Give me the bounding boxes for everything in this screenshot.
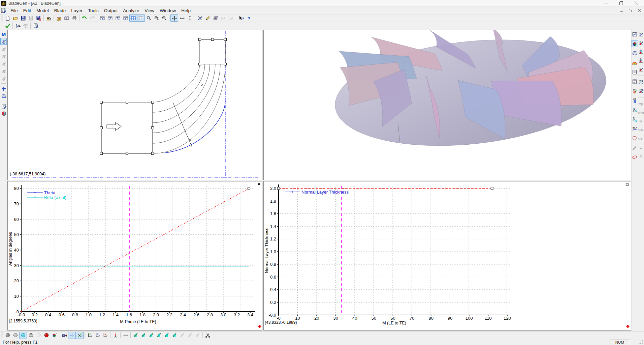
pane-resize-diamond[interactable] [626, 325, 630, 328]
crosshair-box-button[interactable] [137, 15, 145, 22]
zoom-in-button[interactable] [153, 15, 160, 22]
undo-button[interactable] [80, 15, 88, 22]
blade-num-1-button[interactable]: 1 [132, 332, 139, 339]
blade-gray-button[interactable] [178, 332, 186, 339]
mode-r-button[interactable]: R [638, 153, 644, 160]
mode-z-button[interactable]: Z [638, 144, 644, 151]
resize-grip-icon[interactable] [639, 340, 643, 345]
mode-pctm-button[interactable]: %M [638, 126, 644, 134]
stretch-horizontal-button[interactable] [122, 332, 129, 339]
model-3d-view-pane[interactable] [263, 30, 631, 180]
trim-curve-button[interactable] [196, 15, 204, 22]
about-help-button[interactable]: ? [245, 15, 253, 22]
fit-vertical-button[interactable] [186, 15, 194, 22]
minimize-button[interactable] [599, 0, 614, 7]
meridional-view-pane[interactable]: (-38.6617,51.9094) [7, 30, 262, 180]
axes-y-button[interactable]: Yy [86, 332, 94, 339]
print-button[interactable] [70, 15, 78, 22]
theta-te-button[interactable]: θTE [632, 106, 638, 113]
curve-handle[interactable] [248, 187, 250, 190]
mdi-minimize-button[interactable] [618, 8, 626, 13]
report-book-button[interactable] [63, 15, 70, 22]
tj-transform-button[interactable]: TJ [227, 15, 235, 22]
leading-edge-line[interactable] [173, 102, 192, 147]
layer-digit-4-button[interactable]: 4 [0, 60, 7, 67]
mode-pctmp-button[interactable]: %Mp [638, 109, 644, 116]
pane-resize-diamond[interactable] [258, 325, 261, 328]
thickness-chart-pane[interactable]: -0102030405060708090100110120-0.00.20.40… [263, 181, 631, 330]
open-file-button[interactable] [11, 15, 19, 22]
vr-b-button[interactable]: VRB [632, 97, 638, 104]
blade-book-button[interactable] [0, 110, 7, 117]
text-report-button[interactable] [632, 68, 638, 76]
layer-digit-1-button[interactable]: 1 [0, 38, 7, 45]
mode-mp-button[interactable]: Mp [638, 100, 644, 107]
thk-chart-button[interactable]: Thk [638, 79, 644, 86]
layer-digit-2-button[interactable]: 2 [0, 45, 7, 52]
mdi-close-button[interactable] [635, 8, 643, 13]
grid-all-panes-button[interactable] [129, 15, 137, 22]
sphere-red-button[interactable] [42, 332, 50, 339]
menu-item-blade[interactable]: Blade [52, 7, 69, 14]
restore-button[interactable] [614, 0, 629, 7]
color-cube-button[interactable]: ? [50, 332, 58, 339]
beta-star-button[interactable]: β [638, 57, 644, 64]
beta-a-star-button[interactable]: βA [638, 66, 644, 73]
axes-tripod-button[interactable] [111, 332, 119, 339]
mdi-restore-button[interactable] [626, 8, 635, 13]
curve-handle[interactable] [278, 187, 280, 190]
text-report-red-button[interactable] [632, 78, 638, 85]
menu-item-help[interactable]: Help [179, 7, 193, 14]
blade-gray-button[interactable] [186, 332, 194, 339]
layer-digit-5-button[interactable]: 5 [0, 67, 7, 75]
pan-view-button[interactable] [170, 15, 178, 22]
pane-expand-br-button[interactable] [98, 15, 106, 22]
pane-expand-tr-button[interactable] [106, 15, 114, 22]
mode-pctc-button[interactable]: %C [638, 135, 644, 142]
blend-layers-button[interactable] [0, 92, 7, 99]
sphere-wire-gray-button[interactable] [35, 332, 42, 339]
save-copy-button[interactable] [27, 15, 35, 22]
report-pen-button[interactable] [0, 103, 7, 110]
axes-x-button[interactable]: Xx [101, 332, 109, 339]
render-rainbow-button[interactable] [632, 59, 638, 66]
angle-chart-pane[interactable]: -0.00.20.40.60.81.01.21.41.61.82.02.22.4… [7, 181, 262, 330]
sphere-shaded-button[interactable] [11, 332, 19, 339]
theta-a-chart-button[interactable]: θA [638, 31, 644, 38]
layer-digit-3-button[interactable]: 3 [0, 53, 7, 60]
axis-xy-button[interactable]: YX [76, 332, 84, 339]
menu-item-window[interactable]: Window [157, 7, 179, 14]
blade-gray-button[interactable] [194, 332, 201, 339]
draw-line-button[interactable] [204, 15, 212, 22]
add-layer-button[interactable] [0, 85, 7, 92]
menu-item-tools[interactable]: Tools [85, 7, 101, 14]
blade-num-3-button[interactable]: 3 [147, 332, 155, 339]
sphere-shaded-dark-button[interactable] [4, 332, 11, 339]
vr-m-button[interactable]: VRM [632, 87, 638, 94]
axes-z-button[interactable]: Zz [94, 332, 101, 339]
menu-item-analyze[interactable]: Analyze [120, 7, 142, 14]
pane-handle-dot[interactable] [258, 183, 260, 185]
layer-digit-6-button[interactable]: 6 [0, 75, 7, 82]
theta-a-star-button[interactable]: θA [638, 39, 644, 47]
zoom-out-button[interactable] [160, 15, 168, 22]
menu-item-file[interactable]: File [8, 7, 21, 14]
menu-item-edit[interactable]: Edit [21, 7, 34, 14]
control-handles[interactable] [100, 38, 227, 155]
red-ellipse-button[interactable] [632, 153, 638, 161]
bla-curve-button[interactable]: BLA [632, 125, 638, 132]
sphere-wire-button[interactable] [27, 332, 35, 339]
integral-da-button[interactable]: ∫dA [14, 22, 22, 29]
pane-expand-bl-button[interactable] [122, 15, 129, 22]
thk-star-button[interactable]: Thk [638, 87, 644, 94]
menu-item-model[interactable]: Model [34, 7, 52, 14]
curve-handle[interactable] [491, 187, 493, 190]
new-file-button[interactable] [4, 15, 11, 22]
shroud-curve[interactable] [165, 101, 225, 153]
bladegen-machine-button[interactable] [45, 15, 53, 22]
apply-check-button[interactable] [4, 22, 11, 29]
blade-curves-view-button[interactable] [632, 50, 638, 57]
blade-num-5-button[interactable]: 5 [163, 332, 170, 339]
chart-view-button[interactable] [632, 31, 638, 38]
zoom-window-button[interactable] [145, 15, 153, 22]
